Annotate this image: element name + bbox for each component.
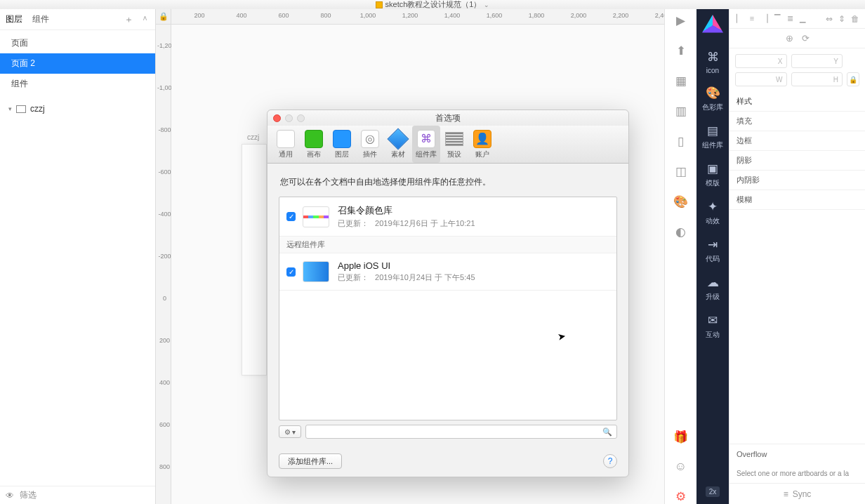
ruler-tick: 800: [320, 12, 331, 19]
trash-icon[interactable]: 🗑: [851, 14, 859, 24]
insp-blur[interactable]: 模糊: [729, 190, 865, 210]
lock-aspect-icon[interactable]: 🔒: [847, 72, 859, 86]
y-field[interactable]: Y: [791, 54, 843, 68]
x-field[interactable]: X: [735, 54, 787, 68]
sync-label: Sync: [793, 489, 812, 499]
pref-tab-general[interactable]: 通用: [272, 126, 300, 163]
ruler-tick: 400: [236, 12, 246, 19]
artboard-label[interactable]: czzj: [247, 133, 259, 141]
insp-border[interactable]: 边框: [729, 131, 865, 151]
align-right-icon[interactable]: ▕: [760, 14, 769, 23]
help-button[interactable]: ?: [603, 454, 617, 468]
align-top-icon[interactable]: ▔: [773, 14, 781, 23]
rtb-templates[interactable]: ▣模版: [696, 157, 729, 192]
ruler-lock-icon[interactable]: 🔒: [156, 9, 171, 25]
grid-icon[interactable]: ▦: [675, 74, 687, 88]
detach-icon[interactable]: ◫: [675, 164, 687, 179]
ruler-tick: 2,200: [613, 12, 629, 19]
page-item[interactable]: 页面: [0, 33, 155, 53]
flag-icon[interactable]: ▶: [676, 13, 685, 28]
align-left-icon[interactable]: ▏: [735, 14, 744, 23]
library-row[interactable]: ✓ Apple iOS UI 已更新： 2019年10月24日 于 下午5:45: [279, 253, 616, 291]
rtb-label: 互动: [706, 330, 720, 340]
add-library-button[interactable]: 添加组件库...: [279, 453, 342, 469]
inspector-extra-icons: ⊕ ⟳: [729, 29, 865, 48]
smile-icon[interactable]: ☺: [675, 460, 687, 474]
page-list: 页面 页面 2 组件: [0, 30, 155, 97]
w-field[interactable]: W: [735, 72, 787, 86]
chevron-up-icon[interactable]: ＾: [140, 13, 150, 26]
ruler-tick: 1,200: [402, 12, 418, 19]
contrast-icon[interactable]: ◐: [675, 225, 686, 239]
right-toolbar-2: ⌘icon 🎨色彩库 ▤组件库 ▣模版 ✦动效 ⇥代码 ☁升级 ✉互动 2x: [696, 9, 729, 504]
library-checkbox[interactable]: ✓: [286, 267, 296, 277]
palette-icon[interactable]: 🎨: [673, 194, 688, 209]
overflow-section[interactable]: Overflow: [729, 444, 865, 464]
tab-layers[interactable]: 图层: [6, 13, 22, 25]
plus-icon[interactable]: ＋: [124, 13, 133, 26]
chevron-down-icon[interactable]: ⌄: [484, 1, 489, 8]
pref-tab-plugins[interactable]: ◎插件: [356, 126, 384, 163]
rtb-motion[interactable]: ✦动效: [696, 195, 729, 230]
ruler-tick: 200: [194, 12, 204, 19]
pref-tab-presets[interactable]: 预设: [440, 126, 468, 163]
ruler-vertical: -1,200 -1,000 -800 -600 -400 -200 0 200 …: [156, 25, 171, 504]
page-item[interactable]: 页面 2: [0, 53, 155, 74]
align-center-icon[interactable]: ≡: [748, 14, 756, 23]
pref-tab-assets[interactable]: 素材: [384, 126, 412, 163]
rtb-label: 模版: [706, 178, 720, 188]
pref-tab-label: 素材: [391, 150, 405, 159]
dist-h-icon[interactable]: ⇔: [826, 14, 833, 24]
library-checkbox[interactable]: ✓: [286, 212, 296, 221]
rtb-code[interactable]: ⇥代码: [696, 233, 729, 268]
layout-icon[interactable]: ▥: [675, 104, 687, 119]
pref-body: 您可以在各个文档中自由地选择使用组件库的任意控件。 ✓ 召集令颜色库 已更新： …: [268, 164, 628, 446]
gift-icon[interactable]: 🎁: [673, 430, 688, 444]
page-item[interactable]: 组件: [0, 74, 155, 94]
insp-inner-shadow[interactable]: 内阴影: [729, 171, 865, 190]
rtb-colors[interactable]: 🎨色彩库: [696, 81, 729, 117]
ruler-tick: 800: [157, 463, 172, 470]
loop-icon[interactable]: ⟳: [802, 33, 810, 44]
columns-icon[interactable]: ▯: [678, 134, 684, 149]
align-bottom-icon[interactable]: ▁: [798, 14, 807, 23]
library-updated-time: 2019年12月6日 于 上午10:21: [375, 219, 475, 227]
left-panel-tabs: 图层 组件 ＋ ＾: [0, 9, 155, 30]
library-row[interactable]: ✓ 召集令颜色库 已更新： 2019年12月6日 于 上午10:21: [279, 197, 616, 237]
h-field[interactable]: H: [791, 72, 843, 86]
library-meta: 已更新： 2019年12月6日 于 上午10:21: [338, 218, 480, 229]
artboard[interactable]: [242, 144, 267, 376]
window-titlebar: sketch教程之设计规范（1） ⌄: [0, 0, 865, 9]
gear-menu-button[interactable]: ⚙ ▾: [279, 425, 301, 438]
insp-shadow[interactable]: 阴影: [729, 151, 865, 171]
disclosure-icon[interactable]: ▾: [8, 105, 12, 112]
align-mid-icon[interactable]: ≣: [786, 14, 794, 23]
rtb-icon[interactable]: ⌘icon: [696, 46, 729, 79]
gear-icon[interactable]: ⚙: [675, 489, 686, 504]
rtb-upgrade[interactable]: ☁升级: [696, 271, 729, 306]
sync-button[interactable]: ≡Sync: [729, 483, 865, 504]
pref-tab-layers[interactable]: 图层: [328, 126, 356, 163]
target-icon[interactable]: ⊕: [786, 33, 793, 44]
pref-tab-canvas[interactable]: 画布: [300, 126, 328, 163]
zoom-indicator[interactable]: 2x: [706, 486, 720, 497]
doc-icon: [376, 1, 383, 8]
pref-tab-libraries[interactable]: ⌘组件库: [412, 126, 440, 163]
eye-icon[interactable]: 👁: [6, 491, 14, 500]
artboard-row[interactable]: ▾ czzj: [6, 101, 150, 117]
export-icon[interactable]: ⬆: [676, 44, 686, 58]
pref-description: 您可以在各个文档中自由地选择使用组件库的任意控件。: [280, 176, 616, 188]
library-search-input[interactable]: 🔍: [305, 425, 617, 439]
tab-components[interactable]: 组件: [32, 13, 49, 25]
sync-icon: ≡: [784, 489, 788, 499]
dist-v-icon[interactable]: ⇕: [838, 14, 845, 24]
pref-tab-account[interactable]: 👤账户: [468, 126, 496, 163]
filter-field[interactable]: 筛选: [20, 489, 37, 501]
plugin-logo[interactable]: [702, 15, 723, 36]
insp-style-header: 样式: [729, 92, 865, 112]
ruler-tick: 1,000: [360, 12, 376, 19]
rtb-interact[interactable]: ✉互动: [696, 309, 729, 344]
insp-fill[interactable]: 填充: [729, 112, 865, 131]
rtb-components[interactable]: ▤组件库: [696, 119, 729, 154]
pref-titlebar[interactable]: 首选项: [268, 110, 628, 126]
